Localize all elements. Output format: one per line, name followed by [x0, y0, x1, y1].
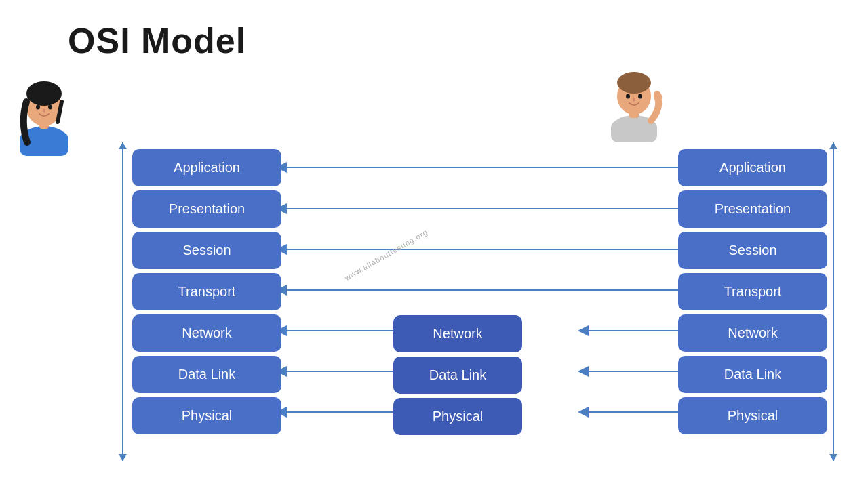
right-transport: Transport — [678, 273, 827, 310]
avatar-right — [604, 61, 665, 136]
right-column: Application Presentation Session Transpo… — [678, 149, 827, 434]
svg-point-4 — [26, 81, 62, 106]
svg-point-13 — [626, 94, 630, 99]
left-network: Network — [132, 314, 281, 352]
right-network: Network — [678, 314, 827, 352]
avatar-left — [14, 68, 75, 149]
center-column: Network Data Link Physical — [393, 315, 522, 435]
right-datalink: Data Link — [678, 356, 827, 393]
svg-point-5 — [36, 105, 40, 110]
v-arrow-right — [833, 142, 834, 461]
right-physical: Physical — [678, 397, 827, 434]
center-network: Network — [393, 315, 522, 352]
svg-point-15 — [633, 98, 635, 102]
left-session: Session — [132, 232, 281, 269]
left-column: Application Presentation Session Transpo… — [132, 149, 281, 434]
watermark: www.allabouttesting.org — [343, 228, 429, 282]
center-datalink: Data Link — [393, 357, 522, 394]
svg-point-7 — [43, 109, 45, 113]
left-application: Application — [132, 149, 281, 186]
left-presentation: Presentation — [132, 190, 281, 228]
v-arrow-left — [122, 142, 123, 461]
right-presentation: Presentation — [678, 190, 827, 228]
svg-point-12 — [617, 72, 651, 94]
right-application: Application — [678, 149, 827, 186]
page-title: OSI Model — [68, 20, 246, 61]
right-session: Session — [678, 232, 827, 269]
osi-diagram: Application Presentation Session Transpo… — [81, 142, 834, 461]
left-physical: Physical — [132, 397, 281, 434]
left-transport: Transport — [132, 273, 281, 310]
left-datalink: Data Link — [132, 356, 281, 393]
svg-point-6 — [48, 105, 52, 110]
center-physical: Physical — [393, 398, 522, 435]
svg-point-14 — [638, 94, 642, 99]
